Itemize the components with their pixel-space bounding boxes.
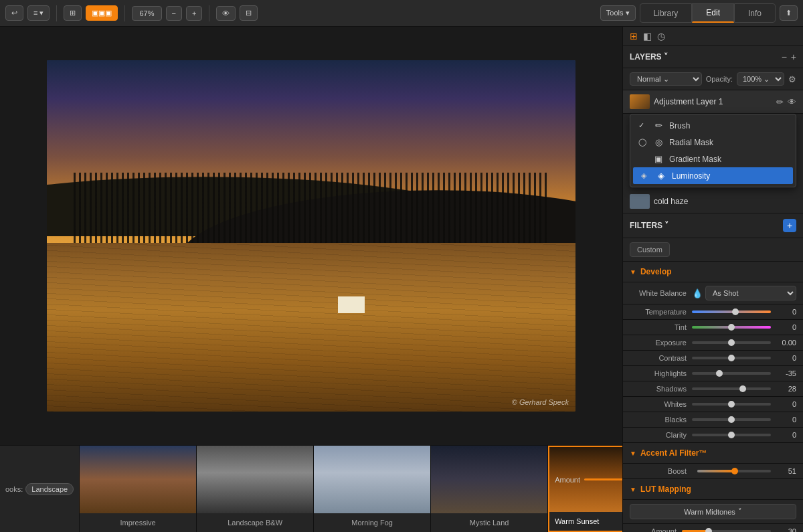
blend-mode-select[interactable]: Normal ⌄ [630,72,702,86]
history-button[interactable]: ≡ ▾ [27,5,50,21]
brush-item[interactable]: ✓ ✏ Brush [630,117,796,134]
back-button[interactable]: ↩ [5,5,23,21]
minimize-btn[interactable]: − [782,52,787,62]
blend-row: Normal ⌄ Opacity: 100% ⌄ ⚙ [623,68,803,90]
radial-label: Radial Mask [669,138,713,147]
eye-icon-btn[interactable]: 👁 [788,97,796,107]
film-item-impressive[interactable]: Impressive [80,446,197,532]
boost-track[interactable] [697,470,771,472]
view-toggle[interactable]: ⊞ [64,5,82,21]
layers-icon[interactable]: ◧ [643,31,652,41]
shadows-label: Shadows [630,385,687,393]
film-item-sunset[interactable]: Amount 100 Warm Sunset ★ [548,446,622,532]
pencil-icon-btn[interactable]: ✏ [776,97,784,107]
separator2 [124,5,125,21]
film-label-mystic: Mystic Land [431,513,547,532]
layer-gear-btn[interactable]: ⚙ [788,74,796,84]
landscape-dropdown[interactable]: Landscape [25,483,74,495]
adjustment-layer-item[interactable]: Adjustment Layer 1 ✏ 👁 [623,90,803,114]
amount-label: Amount [555,476,580,484]
lut-triangle: ▼ [630,486,636,493]
adjustment-layer-name: Adjustment Layer 1 [654,97,772,106]
exposure-label: Exposure [630,339,687,347]
lum-check: ◈ [641,171,650,180]
tab-edit[interactable]: Edit [692,3,734,23]
temperature-track[interactable] [692,311,771,313]
clarity-track[interactable] [692,434,771,436]
compare[interactable]: ⊟ [240,5,258,21]
layers-title: LAYERS ˅ [630,52,782,62]
contrast-row: Contrast 0 [623,351,803,366]
film-label-fog: Morning Fog [314,513,430,532]
custom-filter-btn[interactable]: Custom [630,242,670,257]
clarity-value: 0 [776,431,796,439]
highlights-label: Highlights [630,369,687,377]
highlights-value: -35 [776,369,796,377]
tab-library[interactable]: Library [640,3,693,23]
lut-header[interactable]: ▼ LUT Mapping [623,479,803,500]
luminosity-item[interactable]: ◈ ◈ Luminosity [633,167,793,184]
thumb-bw [197,446,313,513]
thumb-fog [314,446,430,513]
contrast-label: Contrast [630,354,687,362]
zoom-out[interactable]: − [166,6,182,21]
wb-row: White Balance 💧 As Shot [623,282,803,304]
wb-select[interactable]: As Shot [705,286,796,300]
thumb-sunset: Amount 100 [549,447,622,512]
add-layer-btn[interactable]: + [791,52,796,62]
adjustment-thumb [630,94,650,109]
film-item-mystic[interactable]: Mystic Land [431,446,548,532]
exposure-track[interactable] [692,341,771,344]
add-filter-btn[interactable]: + [783,219,796,232]
develop-header[interactable]: ▼ Develop [623,262,803,282]
blacks-track[interactable] [692,418,771,421]
opacity-select[interactable]: 100% ⌄ [737,72,784,86]
eyedropper-btn[interactable]: 💧 [692,288,703,298]
zoom-level[interactable]: 67% [132,6,161,21]
temperature-row: Temperature 0 [623,304,803,320]
contrast-track[interactable] [692,357,771,359]
whites-row: Whites 0 [623,397,803,412]
layers-header: LAYERS ˅ − + [623,46,803,68]
clarity-label: Clarity [630,431,687,439]
film-item-fog[interactable]: Morning Fog [314,446,431,532]
gradient-item[interactable]: ▣ Gradient Mask [630,151,796,167]
filter-custom-row: Custom [623,238,803,262]
radial-item[interactable]: ◯ ◎ Radial Mask [630,134,796,151]
tools-menu[interactable]: Tools ▾ [600,5,636,21]
lut-preset-btn[interactable]: Warm Midtones ˅ [630,504,796,519]
separator3 [209,5,209,21]
temperature-value: 0 [776,308,796,316]
film-label-sunset: Warm Sunset ★ [549,512,622,531]
whites-track[interactable] [692,403,771,406]
tint-track[interactable] [692,326,771,329]
shadows-track[interactable] [692,387,771,390]
treeline [74,173,549,243]
panel-icons: ⊞ ◧ ◷ [623,27,803,46]
warm-sunset-label: Warm Sunset [555,517,599,525]
highlights-track[interactable] [692,372,771,375]
luminosity-label: Luminosity [672,171,710,181]
film-item-bw[interactable]: Landscape B&W [197,446,314,532]
right-panel: ⊞ ◧ ◷ LAYERS ˅ − + Normal ⌄ Opacity: 100… [622,27,803,532]
cold-haze-thumb [630,194,650,209]
barn [338,296,365,313]
accent-ai-header[interactable]: ▼ Accent AI Filter™ [623,443,803,464]
top-toolbar: ↩ ≡ ▾ ⊞ ▣▣▣ 67% − + 👁 ⊟ Tools ▾ Library … [0,0,803,27]
tab-info[interactable]: Info [734,3,776,23]
export-button[interactable]: ⬆ [780,5,798,21]
boost-label: Boost [630,467,687,475]
tint-value: 0 [776,323,796,331]
canvas-area: © Gerhard Speck ooks: Landscape Impressi… [0,27,622,532]
main-area: © Gerhard Speck ooks: Landscape Impressi… [0,27,803,532]
before-after[interactable]: 👁 [216,6,236,21]
lut-title: LUT Mapping [640,484,691,494]
canvas-inner: © Gerhard Speck [0,27,622,445]
gradient-label: Gradient Mask [669,155,721,164]
whites-value: 0 [776,400,796,408]
history-icon[interactable]: ◷ [657,31,665,41]
zoom-in[interactable]: + [186,6,202,21]
view-active[interactable]: ▣▣▣ [86,5,118,21]
cold-haze-item[interactable]: cold haze [623,190,803,213]
photo-icon[interactable]: ⊞ [630,31,638,41]
